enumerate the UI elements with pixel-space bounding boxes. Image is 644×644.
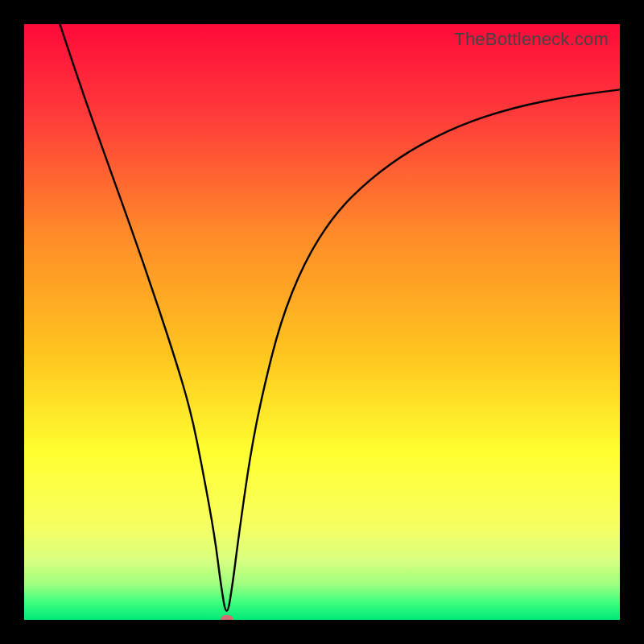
plot-area: TheBottleneck.com [24,24,620,620]
chart-frame: TheBottleneck.com [0,0,644,644]
bottleneck-curve [24,24,620,620]
optimal-point-marker [221,615,233,620]
watermark-label: TheBottleneck.com [454,29,609,50]
